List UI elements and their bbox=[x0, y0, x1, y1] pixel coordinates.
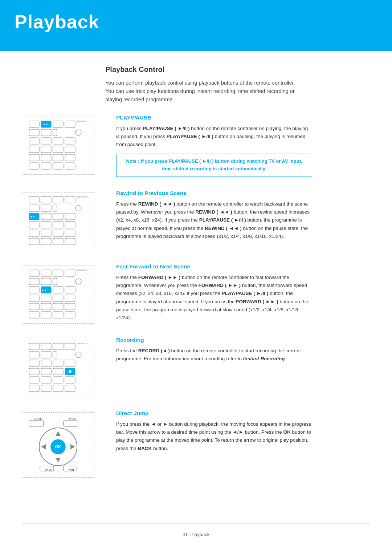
play-pause-body: If you press PLAY/PAUSE ( ►/II ) button … bbox=[116, 125, 312, 149]
svg-rect-97 bbox=[29, 377, 39, 383]
svg-point-107 bbox=[69, 370, 72, 373]
subsection-recording: SWAP PIP Ch. Recording Press the RECORD … bbox=[22, 337, 370, 397]
svg-rect-42 bbox=[65, 222, 75, 228]
svg-rect-4 bbox=[29, 129, 39, 136]
svg-text:◄◄: ◄◄ bbox=[30, 215, 35, 218]
svg-rect-57 bbox=[65, 270, 75, 276]
subsection-rewind: SWAP PIP Ch. ◄◄ Rewind to Previous Scene… bbox=[22, 190, 370, 250]
rewind-body: Press the REWIND ( ◄◄ ) button on the re… bbox=[116, 200, 312, 240]
svg-rect-95 bbox=[53, 368, 63, 375]
svg-rect-68 bbox=[53, 295, 63, 301]
svg-rect-47 bbox=[29, 238, 39, 245]
remote-image-direct-jump: GUIDE BACK bbox=[22, 412, 94, 478]
svg-marker-115 bbox=[41, 444, 46, 449]
svg-rect-17 bbox=[41, 154, 51, 161]
svg-rect-19 bbox=[65, 154, 75, 161]
svg-rect-84 bbox=[65, 343, 75, 350]
svg-rect-2 bbox=[53, 121, 63, 127]
svg-rect-76 bbox=[53, 312, 63, 318]
svg-rect-32 bbox=[41, 205, 51, 211]
svg-rect-20 bbox=[29, 163, 39, 169]
svg-rect-101 bbox=[29, 385, 39, 392]
svg-text:►/II: ►/II bbox=[43, 123, 48, 126]
subsection-fast-forward-content: Fast Forward to Next Scene Press the FOR… bbox=[105, 263, 370, 322]
svg-rect-3 bbox=[65, 121, 75, 127]
subsection-play-pause: SWAP PIP Ch. ►/II PLAY/PAUSE If you pres… bbox=[22, 114, 370, 177]
svg-rect-5 bbox=[41, 129, 51, 136]
svg-rect-46 bbox=[65, 230, 75, 236]
svg-rect-38 bbox=[65, 213, 75, 220]
svg-rect-27 bbox=[29, 197, 39, 203]
remote-recording: SWAP PIP Ch. bbox=[22, 337, 105, 397]
svg-rect-18 bbox=[53, 154, 63, 161]
remote-image-recording: SWAP PIP Ch. bbox=[22, 339, 94, 397]
svg-point-7 bbox=[75, 130, 81, 135]
play-pause-note: Note : If you press PLAY/PAUSE ( ►/II ) … bbox=[116, 154, 312, 177]
svg-rect-8 bbox=[29, 138, 39, 144]
svg-rect-70 bbox=[29, 303, 39, 310]
svg-rect-90 bbox=[41, 360, 51, 366]
svg-rect-103 bbox=[53, 385, 63, 392]
svg-rect-69 bbox=[65, 295, 75, 301]
svg-rect-104 bbox=[65, 385, 75, 392]
subsection-fast-forward: SWAP PIP Ch. ►► Fast Forward to Next Sce… bbox=[22, 263, 370, 324]
svg-rect-43 bbox=[29, 230, 39, 236]
svg-rect-86 bbox=[41, 352, 51, 358]
svg-rect-12 bbox=[29, 146, 39, 153]
svg-rect-30 bbox=[65, 197, 75, 203]
svg-rect-87 bbox=[53, 352, 57, 358]
svg-rect-71 bbox=[41, 303, 51, 310]
svg-rect-83 bbox=[53, 343, 63, 350]
svg-text:GUIDE: GUIDE bbox=[34, 417, 42, 420]
svg-rect-33 bbox=[53, 205, 57, 211]
playback-control-heading: Playback Control bbox=[105, 65, 370, 74]
svg-rect-36 bbox=[41, 213, 51, 220]
svg-text:SWAP: SWAP bbox=[77, 196, 82, 198]
svg-rect-45 bbox=[53, 230, 63, 236]
svg-marker-113 bbox=[56, 431, 61, 436]
svg-marker-114 bbox=[56, 458, 61, 462]
svg-rect-59 bbox=[41, 278, 51, 285]
svg-rect-6 bbox=[53, 129, 57, 136]
svg-text:SWAP: SWAP bbox=[77, 120, 82, 122]
svg-rect-40 bbox=[41, 222, 51, 228]
svg-rect-56 bbox=[53, 270, 63, 276]
remote-image-fast-forward: SWAP PIP Ch. ►► bbox=[22, 266, 94, 324]
fast-forward-body: Press the FORWARD ( ►► ) button on the r… bbox=[116, 274, 312, 322]
subsection-play-pause-content: PLAY/PAUSE If you press PLAY/PAUSE ( ►/I… bbox=[105, 114, 370, 177]
svg-text:PIP Ch.: PIP Ch. bbox=[82, 269, 89, 271]
svg-rect-64 bbox=[53, 287, 63, 293]
svg-rect-23 bbox=[65, 163, 75, 169]
svg-rect-82 bbox=[41, 343, 51, 350]
svg-rect-91 bbox=[53, 360, 63, 366]
svg-rect-98 bbox=[41, 377, 51, 383]
svg-rect-29 bbox=[53, 197, 63, 203]
svg-rect-39 bbox=[29, 222, 39, 228]
svg-point-34 bbox=[75, 205, 81, 211]
direct-jump-body: If you press the ◄ or ► button during pl… bbox=[116, 420, 312, 453]
svg-text:SWAP: SWAP bbox=[77, 269, 82, 271]
svg-rect-85 bbox=[29, 352, 39, 358]
svg-rect-100 bbox=[65, 377, 75, 383]
svg-rect-62 bbox=[29, 287, 39, 293]
svg-rect-58 bbox=[29, 278, 39, 285]
remote-play-pause: SWAP PIP Ch. ►/II bbox=[22, 114, 105, 175]
svg-rect-66 bbox=[29, 295, 39, 301]
svg-rect-73 bbox=[65, 303, 75, 310]
svg-rect-93 bbox=[29, 368, 39, 375]
svg-rect-37 bbox=[53, 213, 63, 220]
svg-rect-60 bbox=[53, 278, 57, 285]
svg-text:PIP Ch.: PIP Ch. bbox=[82, 120, 89, 122]
playback-control-intro: You can perform playback control using p… bbox=[105, 79, 298, 104]
svg-rect-48 bbox=[41, 238, 51, 245]
svg-rect-11 bbox=[65, 138, 75, 144]
remote-image-play-pause: SWAP PIP Ch. ►/II bbox=[22, 117, 94, 175]
svg-text:PIP Ch.: PIP Ch. bbox=[82, 196, 89, 198]
page-footer: 41. Playback bbox=[22, 523, 370, 548]
svg-rect-77 bbox=[65, 312, 75, 318]
svg-rect-92 bbox=[65, 360, 75, 366]
subsection-recording-content: Recording Press the RECORD ( ● ) button … bbox=[105, 337, 370, 363]
svg-rect-41 bbox=[53, 222, 63, 228]
svg-rect-49 bbox=[53, 238, 63, 245]
svg-rect-74 bbox=[29, 312, 39, 318]
